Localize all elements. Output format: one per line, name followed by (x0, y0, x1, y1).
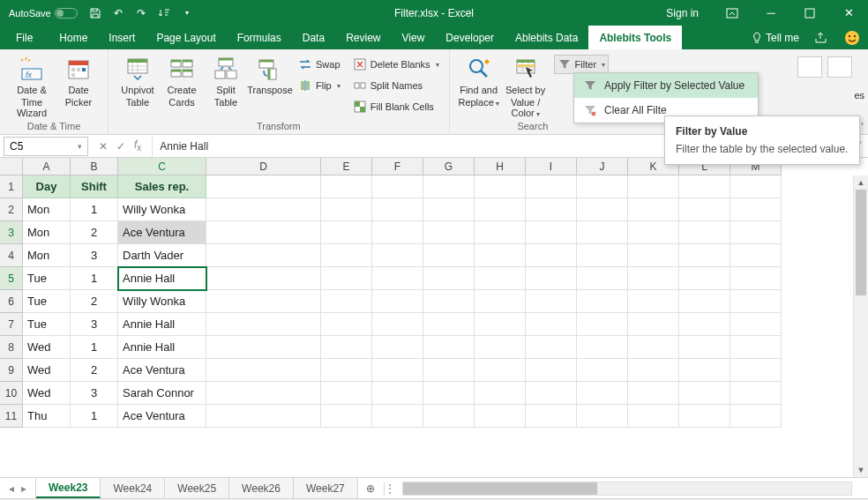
fx-icon[interactable]: fx (134, 138, 141, 153)
cell-G9[interactable] (423, 359, 475, 382)
cell-H3[interactable] (475, 221, 526, 244)
date-picker-button[interactable]: Date Picker (56, 53, 101, 120)
cell-D6[interactable] (206, 290, 321, 313)
cell-C11[interactable]: Ace Ventura (118, 405, 206, 428)
cell-D9[interactable] (206, 359, 321, 382)
cell-C8[interactable]: Annie Hall (118, 336, 206, 359)
cell-E8[interactable] (321, 336, 372, 359)
undo-icon[interactable]: ↶ (111, 6, 125, 20)
col-header-J[interactable]: J (577, 158, 628, 175)
cell-F1[interactable] (372, 175, 423, 198)
cell-I11[interactable] (526, 405, 577, 428)
cell-J1[interactable] (577, 175, 628, 198)
col-header-I[interactable]: I (526, 158, 577, 175)
cell-M9[interactable] (730, 359, 782, 382)
enter-icon[interactable]: ✓ (116, 140, 125, 153)
cell-C9[interactable]: Ace Ventura (118, 359, 206, 382)
cell-E9[interactable] (321, 359, 372, 382)
cell-M10[interactable] (730, 382, 782, 405)
split-table-button[interactable]: Split Table (204, 53, 248, 116)
row-header-3[interactable]: 3 (0, 221, 23, 244)
cell-A7[interactable]: Tue (23, 313, 71, 336)
cell-H6[interactable] (475, 290, 526, 313)
cell-L8[interactable] (679, 336, 730, 359)
tab-page-layout[interactable]: Page Layout (146, 26, 226, 49)
cell-G10[interactable] (423, 382, 475, 405)
cell-G5[interactable] (423, 267, 475, 290)
cell-F11[interactable] (372, 405, 423, 428)
redo-icon[interactable]: ↷ (134, 6, 148, 20)
tell-me[interactable]: Tell me (743, 26, 808, 49)
fill-blank-cells-button[interactable]: Fill Blank Cells (350, 97, 442, 116)
cell-F4[interactable] (372, 244, 423, 267)
cell-M1[interactable] (730, 175, 782, 198)
cell-L7[interactable] (679, 313, 730, 336)
cell-G1[interactable] (423, 175, 475, 198)
cell-K6[interactable] (628, 290, 679, 313)
cell-B2[interactable]: 1 (71, 198, 118, 221)
cell-K7[interactable] (628, 313, 679, 336)
cell-K11[interactable] (628, 405, 679, 428)
cell-E4[interactable] (321, 244, 372, 267)
cell-J8[interactable] (577, 336, 628, 359)
cell-A3[interactable]: Mon (23, 221, 71, 244)
cell-B8[interactable]: 1 (71, 336, 118, 359)
cell-E6[interactable] (321, 290, 372, 313)
cell-L6[interactable] (679, 290, 730, 313)
cell-G4[interactable] (423, 244, 475, 267)
cell-G8[interactable] (423, 336, 475, 359)
cell-K8[interactable] (628, 336, 679, 359)
scroll-down-icon[interactable]: ▼ (854, 463, 868, 477)
row-header-2[interactable]: 2 (0, 198, 23, 221)
scroll-up-icon[interactable]: ▲ (854, 175, 868, 190)
cell-D11[interactable] (206, 405, 321, 428)
horizontal-scrollbar[interactable] (402, 481, 852, 496)
cell-J11[interactable] (577, 405, 628, 428)
cell-E2[interactable] (321, 198, 372, 221)
autosave-toggle[interactable]: AutoSave (9, 8, 78, 19)
cell-I6[interactable] (526, 290, 577, 313)
cell-A8[interactable]: Wed (23, 336, 71, 359)
cell-J4[interactable] (577, 244, 628, 267)
sheet-tab-week27[interactable]: Week27 (294, 478, 358, 498)
cell-J3[interactable] (577, 221, 628, 244)
cell-K10[interactable] (628, 382, 679, 405)
cell-D1[interactable] (206, 175, 321, 198)
cell-M2[interactable] (730, 198, 782, 221)
cell-L9[interactable] (679, 359, 730, 382)
cell-E3[interactable] (321, 221, 372, 244)
cell-C4[interactable]: Darth Vader (118, 244, 206, 267)
row-header-5[interactable]: 5 (0, 267, 23, 290)
tab-home[interactable]: Home (49, 26, 98, 49)
cell-C2[interactable]: Willy Wonka (118, 198, 206, 221)
cell-J10[interactable] (577, 382, 628, 405)
minimize-button[interactable]: ─ (752, 0, 790, 26)
flip-button[interactable]: Flip ▾ (296, 76, 343, 95)
cell-E7[interactable] (321, 313, 372, 336)
cell-F9[interactable] (372, 359, 423, 382)
sheet-tab-week24[interactable]: Week24 (101, 478, 165, 498)
select-all-corner[interactable] (0, 158, 23, 175)
feedback-smiley-icon[interactable] (836, 26, 868, 49)
create-cards-button[interactable]: Create Cards (160, 53, 204, 116)
cell-A10[interactable]: Wed (23, 382, 71, 405)
row-header-4[interactable]: 4 (0, 244, 23, 267)
cell-G11[interactable] (423, 405, 475, 428)
cell-D7[interactable] (206, 313, 321, 336)
share-button[interactable] (808, 26, 836, 49)
cell-K2[interactable] (628, 198, 679, 221)
tab-review[interactable]: Review (335, 26, 391, 49)
split-names-button[interactable]: Split Names (350, 76, 442, 95)
delete-blanks-button[interactable]: Delete Blanks ▾ (350, 55, 442, 74)
cell-L2[interactable] (679, 198, 730, 221)
sheet-tab-week26[interactable]: Week26 (229, 478, 294, 498)
cell-B10[interactable]: 3 (71, 382, 118, 405)
cell-L10[interactable] (679, 382, 730, 405)
scroll-thumb[interactable] (856, 190, 866, 295)
find-replace-button[interactable]: Find and Replace▾ (457, 53, 501, 120)
cell-F10[interactable] (372, 382, 423, 405)
swap-button[interactable]: Swap (296, 55, 343, 74)
cell-A11[interactable]: Thu (23, 405, 71, 428)
cell-M5[interactable] (730, 267, 782, 290)
cell-L5[interactable] (679, 267, 730, 290)
